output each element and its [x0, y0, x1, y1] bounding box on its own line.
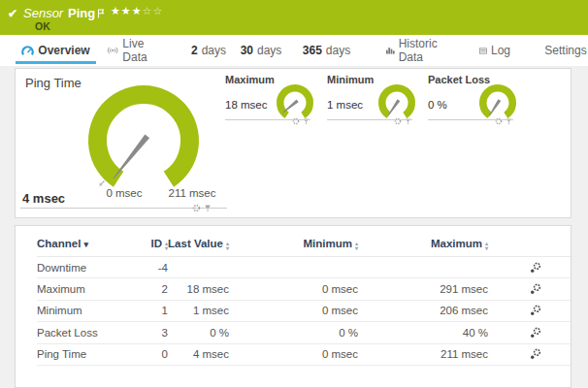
- tab-bar: Overview Live Data 2days 30days 365days …: [0, 35, 588, 66]
- favorite-flag-icon[interactable]: [97, 5, 105, 22]
- tab-settings[interactable]: Settings: [541, 35, 586, 66]
- gauge-settings-gear-icon[interactable]: [292, 112, 300, 129]
- main-gauge-title: Ping Time: [25, 76, 82, 90]
- last-value: 18 msec: [168, 283, 229, 295]
- maximum-value: 40 %: [358, 327, 488, 339]
- channel-settings-button[interactable]: [530, 327, 541, 339]
- bar-chart-icon: [386, 46, 395, 55]
- minimum-value: 0 msec: [229, 283, 358, 295]
- maximum-value: 206 msec: [358, 305, 488, 316]
- tab-label: Log: [491, 44, 510, 57]
- channel-id: 3: [142, 327, 168, 339]
- column-header-maximum[interactable]: Maximum▴▾: [358, 238, 488, 250]
- last-value: 0 %: [168, 327, 229, 339]
- mini-gauge-packet-loss: Packet Loss 0 %: [428, 74, 513, 127]
- gauge-scale-min-label: 0 msec: [95, 187, 153, 199]
- sensor-name: Ping: [68, 6, 95, 20]
- tab-log[interactable]: Log: [479, 35, 510, 66]
- gauge-settings-gear-icon[interactable]: [192, 199, 201, 216]
- gauge-scale-max-label: 211 msec: [163, 187, 221, 199]
- maximum-value: 18 msec: [225, 99, 267, 111]
- minimum-value: 0 %: [229, 327, 358, 339]
- channel-id: 0: [142, 348, 168, 360]
- log-icon: [479, 47, 487, 55]
- tab-2-days[interactable]: 2days: [192, 35, 225, 66]
- tab-label: days: [257, 44, 281, 57]
- channel-name: Downtime: [37, 262, 142, 274]
- channel-id: -4: [142, 262, 168, 274]
- maximum-value: 291 msec: [358, 283, 488, 295]
- minimum-value: 1 msec: [327, 99, 363, 111]
- last-value: 4 msec: [168, 348, 229, 360]
- live-data-icon: [107, 46, 118, 55]
- table-row-minimum: Minimum 1 1 msec 0 msec 206 msec: [37, 301, 571, 322]
- stars-empty[interactable]: ☆☆: [143, 5, 164, 16]
- sort-icon: ▴▾: [485, 242, 488, 250]
- tab-historic-data[interactable]: Historic Data: [386, 35, 446, 66]
- tab-label: days: [326, 44, 350, 57]
- channel-table-panel: Channel▾ ID▴▾ Last Value▴▾ Minimum▴▾ Max…: [15, 225, 572, 388]
- channel-name: Ping Time: [37, 348, 142, 360]
- sort-desc-icon: ▾: [83, 240, 88, 249]
- priority-stars[interactable]: ★★★☆☆: [111, 5, 163, 17]
- mini-gauge-maximum: Maximum 18 msec: [225, 74, 310, 127]
- wrench-icon: [530, 327, 541, 339]
- channel-name: Minimum: [37, 305, 142, 316]
- column-header-last-value[interactable]: Last Value▴▾: [168, 238, 229, 250]
- column-header-minimum[interactable]: Minimum▴▾: [229, 238, 358, 250]
- mini-gauge-minimum: Minimum 1 msec: [327, 74, 412, 127]
- pin-icon[interactable]: [303, 112, 310, 129]
- column-header-id[interactable]: ID▴▾: [142, 238, 168, 250]
- minimum-value: 0 msec: [229, 348, 358, 360]
- gauge-settings-gear-icon[interactable]: [394, 112, 402, 129]
- minimum-value: 0 msec: [229, 305, 358, 316]
- channel-id: 1: [142, 305, 168, 316]
- channel-name: Maximum: [37, 283, 142, 295]
- tab-overview[interactable]: Overview: [16, 35, 96, 66]
- active-tab-underline: [16, 61, 96, 64]
- table-row-packet-loss: Packet Loss 3 0 % 0 % 40 %: [37, 322, 571, 343]
- stars-filled[interactable]: ★★★: [111, 5, 143, 16]
- gauge-icon: [21, 45, 34, 57]
- tab-label: Historic Data: [399, 37, 446, 64]
- channel-settings-button[interactable]: [530, 262, 541, 274]
- channel-table: Channel▾ ID▴▾ Last Value▴▾ Minimum▴▾ Max…: [16, 226, 571, 366]
- tab-label: days: [202, 44, 226, 57]
- tab-30-days[interactable]: 30days: [242, 35, 280, 66]
- wrench-icon: [530, 348, 541, 360]
- status-badge: OK: [35, 20, 50, 32]
- channel-settings-button[interactable]: [530, 348, 541, 360]
- tab-365-days[interactable]: 365days: [304, 35, 349, 66]
- table-row-ping-time: Ping Time 0 4 msec 0 msec 211 msec: [37, 344, 571, 366]
- tab-live-data[interactable]: Live Data: [107, 35, 163, 66]
- ok-check-icon: ✔: [8, 7, 17, 20]
- divider: [428, 119, 513, 120]
- column-header-channel[interactable]: Channel▾: [37, 238, 142, 249]
- gauge-settings-gear-icon[interactable]: [495, 112, 503, 129]
- divider: [225, 119, 310, 120]
- tab-label: Live Data: [122, 37, 163, 64]
- sensor-status-header: ✔ Sensor Ping ★★★☆☆ OK: [0, 0, 588, 35]
- ping-time-value: 4 msec: [22, 191, 65, 206]
- channel-settings-button[interactable]: [530, 305, 541, 316]
- sensor-kind-label: Sensor: [23, 6, 63, 20]
- wrench-icon: [530, 262, 541, 274]
- channel-id: 2: [142, 283, 168, 295]
- packet-loss-value: 0 %: [428, 99, 447, 111]
- channel-name: Packet Loss: [37, 327, 142, 339]
- wrench-icon: [530, 283, 541, 295]
- last-value: 1 msec: [168, 305, 229, 316]
- tab-label: Settings: [544, 44, 586, 57]
- tab-label: Overview: [38, 44, 89, 57]
- channel-settings-button[interactable]: [530, 283, 541, 295]
- pin-icon[interactable]: [405, 112, 411, 129]
- divider: [327, 119, 412, 120]
- table-header-row: Channel▾ ID▴▾ Last Value▴▾ Minimum▴▾ Max…: [37, 238, 571, 257]
- pin-icon[interactable]: [506, 112, 512, 129]
- table-row-maximum: Maximum 2 18 msec 0 msec 291 msec: [37, 278, 571, 300]
- overview-gauges-panel: Ping Time 0 msec 211 msec 4 msec Maximum…: [15, 68, 572, 218]
- wrench-icon: [530, 305, 541, 316]
- table-row-downtime: Downtime -4: [37, 257, 571, 278]
- pin-icon[interactable]: [204, 199, 212, 216]
- maximum-value: 211 msec: [358, 348, 488, 360]
